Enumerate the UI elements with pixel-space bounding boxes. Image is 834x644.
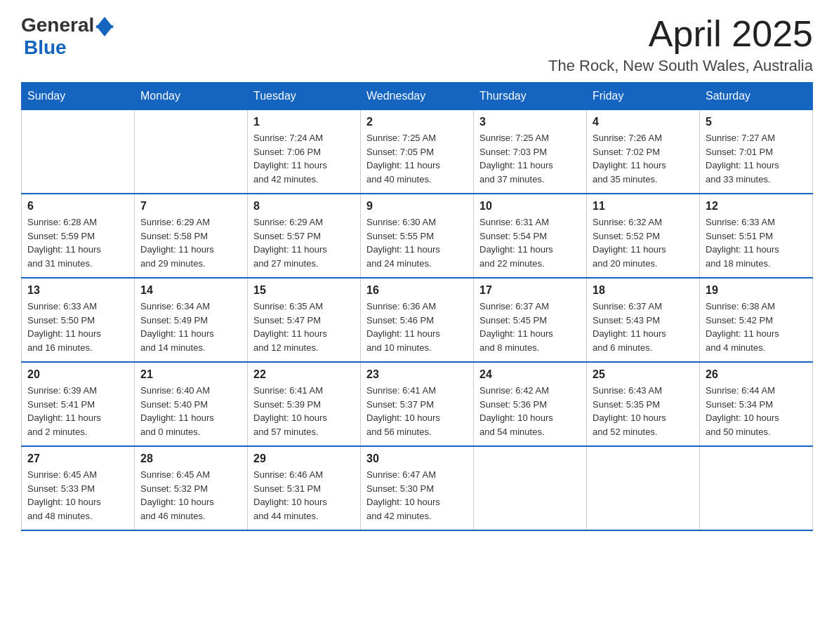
day-info: Sunrise: 6:28 AM Sunset: 5:59 PM Dayligh… <box>27 215 128 270</box>
day-info: Sunrise: 7:25 AM Sunset: 7:03 PM Dayligh… <box>479 131 581 186</box>
day-number: 7 <box>140 200 241 213</box>
day-info: Sunrise: 6:47 AM Sunset: 5:30 PM Dayligh… <box>366 468 468 523</box>
calendar-cell: 12Sunrise: 6:33 AM Sunset: 5:51 PM Dayli… <box>700 194 813 278</box>
day-number: 23 <box>366 368 468 381</box>
calendar-cell <box>135 110 248 194</box>
day-info: Sunrise: 6:41 AM Sunset: 5:37 PM Dayligh… <box>366 384 468 438</box>
logo-text-general: General <box>21 14 94 36</box>
day-number: 21 <box>140 368 241 381</box>
month-year-title: April 2025 <box>548 14 813 54</box>
logo: General Blue <box>21 14 114 59</box>
day-number: 1 <box>253 116 355 128</box>
day-info: Sunrise: 6:42 AM Sunset: 5:36 PM Dayligh… <box>479 384 581 438</box>
day-info: Sunrise: 6:37 AM Sunset: 5:43 PM Dayligh… <box>593 300 694 354</box>
day-info: Sunrise: 6:44 AM Sunset: 5:34 PM Dayligh… <box>706 384 807 438</box>
day-number: 3 <box>479 116 581 128</box>
day-info: Sunrise: 6:39 AM Sunset: 5:41 PM Dayligh… <box>27 384 128 438</box>
day-info: Sunrise: 6:29 AM Sunset: 5:57 PM Dayligh… <box>253 215 355 270</box>
day-number: 27 <box>27 452 128 465</box>
calendar-cell: 19Sunrise: 6:38 AM Sunset: 5:42 PM Dayli… <box>700 278 813 362</box>
logo-triangle-down <box>95 25 114 36</box>
calendar-cell: 1Sunrise: 7:24 AM Sunset: 7:06 PM Daylig… <box>248 110 361 194</box>
day-number: 25 <box>593 368 694 381</box>
calendar-week-row: 13Sunrise: 6:33 AM Sunset: 5:50 PM Dayli… <box>22 278 813 362</box>
calendar-cell: 23Sunrise: 6:41 AM Sunset: 5:37 PM Dayli… <box>361 362 474 446</box>
calendar-cell: 20Sunrise: 6:39 AM Sunset: 5:41 PM Dayli… <box>22 362 135 446</box>
calendar-cell: 15Sunrise: 6:35 AM Sunset: 5:47 PM Dayli… <box>248 278 361 362</box>
day-info: Sunrise: 7:27 AM Sunset: 7:01 PM Dayligh… <box>706 131 807 186</box>
calendar-cell <box>22 110 135 194</box>
title-section: April 2025 The Rock, New South Wales, Au… <box>548 14 813 75</box>
calendar-cell: 4Sunrise: 7:26 AM Sunset: 7:02 PM Daylig… <box>587 110 700 194</box>
day-number: 26 <box>706 368 807 381</box>
calendar-cell <box>700 446 813 530</box>
calendar-cell: 8Sunrise: 6:29 AM Sunset: 5:57 PM Daylig… <box>248 194 361 278</box>
calendar-cell: 27Sunrise: 6:45 AM Sunset: 5:33 PM Dayli… <box>22 446 135 530</box>
day-number: 6 <box>27 200 128 213</box>
calendar-cell: 5Sunrise: 7:27 AM Sunset: 7:01 PM Daylig… <box>700 110 813 194</box>
calendar-cell: 22Sunrise: 6:41 AM Sunset: 5:39 PM Dayli… <box>248 362 361 446</box>
calendar-table: SundayMondayTuesdayWednesdayThursdayFrid… <box>21 82 813 531</box>
day-number: 17 <box>479 284 581 297</box>
calendar-cell: 30Sunrise: 6:47 AM Sunset: 5:30 PM Dayli… <box>361 446 474 530</box>
day-number: 30 <box>366 452 468 465</box>
day-number: 9 <box>366 200 468 213</box>
calendar-week-row: 1Sunrise: 7:24 AM Sunset: 7:06 PM Daylig… <box>22 110 813 194</box>
day-info: Sunrise: 6:45 AM Sunset: 5:32 PM Dayligh… <box>140 468 241 523</box>
day-number: 2 <box>366 116 468 128</box>
calendar-cell <box>587 446 700 530</box>
calendar-cell: 10Sunrise: 6:31 AM Sunset: 5:54 PM Dayli… <box>474 194 587 278</box>
weekday-header-monday: Monday <box>135 83 248 110</box>
day-number: 5 <box>706 116 807 128</box>
calendar-cell: 13Sunrise: 6:33 AM Sunset: 5:50 PM Dayli… <box>22 278 135 362</box>
day-info: Sunrise: 6:33 AM Sunset: 5:51 PM Dayligh… <box>706 215 807 270</box>
calendar-cell: 9Sunrise: 6:30 AM Sunset: 5:55 PM Daylig… <box>361 194 474 278</box>
calendar-cell: 21Sunrise: 6:40 AM Sunset: 5:40 PM Dayli… <box>135 362 248 446</box>
day-number: 15 <box>253 284 355 297</box>
weekday-header-tuesday: Tuesday <box>248 83 361 110</box>
day-number: 13 <box>27 284 128 297</box>
day-number: 22 <box>253 368 355 381</box>
day-number: 29 <box>253 452 355 465</box>
page-header: General Blue April 2025 The Rock, New So… <box>21 14 813 75</box>
calendar-cell: 24Sunrise: 6:42 AM Sunset: 5:36 PM Dayli… <box>474 362 587 446</box>
calendar-cell: 16Sunrise: 6:36 AM Sunset: 5:46 PM Dayli… <box>361 278 474 362</box>
day-number: 10 <box>479 200 581 213</box>
calendar-cell: 3Sunrise: 7:25 AM Sunset: 7:03 PM Daylig… <box>474 110 587 194</box>
logo-text-blue: Blue <box>24 36 67 58</box>
day-info: Sunrise: 7:24 AM Sunset: 7:06 PM Dayligh… <box>253 131 355 186</box>
weekday-header-friday: Friday <box>587 83 700 110</box>
day-info: Sunrise: 6:36 AM Sunset: 5:46 PM Dayligh… <box>366 300 468 354</box>
day-info: Sunrise: 6:40 AM Sunset: 5:40 PM Dayligh… <box>140 384 241 438</box>
day-info: Sunrise: 6:34 AM Sunset: 5:49 PM Dayligh… <box>140 300 241 354</box>
calendar-cell: 26Sunrise: 6:44 AM Sunset: 5:34 PM Dayli… <box>700 362 813 446</box>
day-info: Sunrise: 6:43 AM Sunset: 5:35 PM Dayligh… <box>593 384 694 438</box>
weekday-header-sunday: Sunday <box>22 83 135 110</box>
day-number: 8 <box>253 200 355 213</box>
day-info: Sunrise: 6:30 AM Sunset: 5:55 PM Dayligh… <box>366 215 468 270</box>
location-subtitle: The Rock, New South Wales, Australia <box>548 57 813 75</box>
calendar-week-row: 20Sunrise: 6:39 AM Sunset: 5:41 PM Dayli… <box>22 362 813 446</box>
day-info: Sunrise: 6:31 AM Sunset: 5:54 PM Dayligh… <box>479 215 581 270</box>
day-info: Sunrise: 6:29 AM Sunset: 5:58 PM Dayligh… <box>140 215 241 270</box>
calendar-cell: 25Sunrise: 6:43 AM Sunset: 5:35 PM Dayli… <box>587 362 700 446</box>
calendar-week-row: 27Sunrise: 6:45 AM Sunset: 5:33 PM Dayli… <box>22 446 813 530</box>
day-info: Sunrise: 6:41 AM Sunset: 5:39 PM Dayligh… <box>253 384 355 438</box>
calendar-cell: 14Sunrise: 6:34 AM Sunset: 5:49 PM Dayli… <box>135 278 248 362</box>
calendar-cell: 17Sunrise: 6:37 AM Sunset: 5:45 PM Dayli… <box>474 278 587 362</box>
day-info: Sunrise: 6:38 AM Sunset: 5:42 PM Dayligh… <box>706 300 807 354</box>
calendar-cell <box>474 446 587 530</box>
day-info: Sunrise: 7:26 AM Sunset: 7:02 PM Dayligh… <box>593 131 694 186</box>
day-number: 14 <box>140 284 241 297</box>
day-number: 19 <box>706 284 807 297</box>
calendar-week-row: 6Sunrise: 6:28 AM Sunset: 5:59 PM Daylig… <box>22 194 813 278</box>
calendar-cell: 6Sunrise: 6:28 AM Sunset: 5:59 PM Daylig… <box>22 194 135 278</box>
day-info: Sunrise: 7:25 AM Sunset: 7:05 PM Dayligh… <box>366 131 468 186</box>
day-info: Sunrise: 6:33 AM Sunset: 5:50 PM Dayligh… <box>27 300 128 354</box>
calendar-cell: 28Sunrise: 6:45 AM Sunset: 5:32 PM Dayli… <box>135 446 248 530</box>
day-number: 24 <box>479 368 581 381</box>
day-number: 20 <box>27 368 128 381</box>
day-number: 11 <box>593 200 694 213</box>
day-info: Sunrise: 6:35 AM Sunset: 5:47 PM Dayligh… <box>253 300 355 354</box>
weekday-header-saturday: Saturday <box>700 83 813 110</box>
